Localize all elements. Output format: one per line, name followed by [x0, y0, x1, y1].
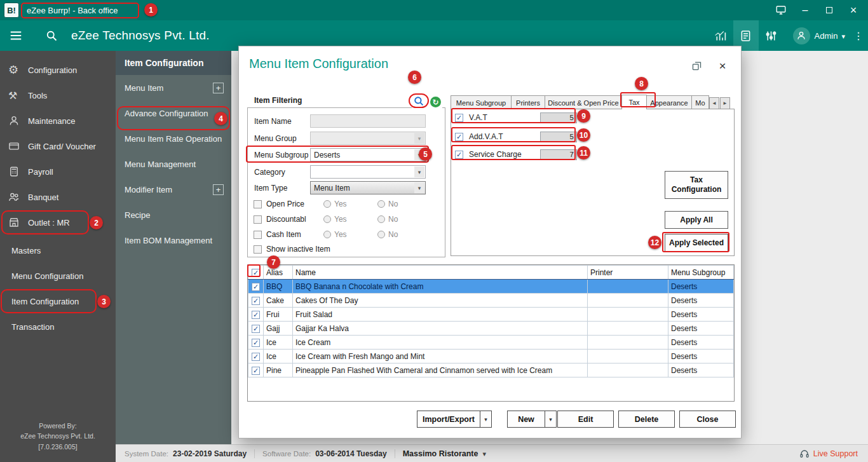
outlet-selector[interactable]: Massimo Ristorante: [403, 449, 486, 458]
tab-scroll-left-icon[interactable]: [709, 97, 719, 109]
tab-scroll-right-icon[interactable]: [720, 97, 730, 109]
select-all-cell[interactable]: [248, 266, 264, 280]
tab-discount-open-price[interactable]: Discount & Open Price: [545, 95, 622, 109]
table-row[interactable]: Frui Fruit Salad Deserts: [248, 308, 734, 322]
sidebar-item-payroll[interactable]: Payroll: [0, 159, 116, 184]
item-type-select[interactable]: Menu Item: [310, 181, 426, 194]
submenu-item-menu-management[interactable]: Menu Management: [116, 151, 231, 177]
vat-value-input[interactable]: 5: [540, 112, 577, 123]
new-button[interactable]: New: [507, 411, 545, 428]
user-menu[interactable]: Admin: [815, 31, 838, 41]
tab-appearance[interactable]: Appearance: [646, 95, 692, 109]
overflow-menu-icon[interactable]: [849, 30, 868, 42]
close-window-button[interactable]: [846, 3, 860, 17]
item-name-input[interactable]: [310, 114, 426, 128]
sidebar-item-label: Transaction: [11, 322, 54, 332]
apply-all-button[interactable]: Apply All: [665, 211, 728, 229]
cash-item-checkbox[interactable]: [254, 231, 262, 239]
live-support-button[interactable]: Live Support: [799, 449, 858, 459]
open-price-no-radio[interactable]: [377, 200, 385, 208]
tab-menu-subgroup[interactable]: Menu Subgroup: [451, 95, 512, 109]
column-header-menu-subgroup[interactable]: Menu Subgroup: [668, 266, 734, 280]
delete-button[interactable]: Delete: [618, 411, 675, 428]
tab-tax[interactable]: Tax: [621, 95, 647, 109]
select-all-checkbox[interactable]: [252, 269, 260, 277]
pos-sliders-icon[interactable]: [759, 20, 784, 51]
submenu-item-recipe[interactable]: Recipe: [116, 202, 231, 228]
submenu-item-menu-item-rate-operation[interactable]: Menu Item Rate Operation: [116, 126, 231, 151]
sidebar-item-masters[interactable]: Masters: [0, 238, 116, 263]
close-button[interactable]: Close: [679, 411, 736, 428]
show-inactive-checkbox[interactable]: [254, 245, 262, 254]
sidebar-item-gift-card-voucher[interactable]: Gift Card/ Voucher: [0, 133, 116, 159]
add-vat-checkbox[interactable]: [455, 133, 463, 141]
row-checkbox[interactable]: [252, 339, 260, 347]
filter-refresh-icon[interactable]: [430, 97, 441, 107]
discountable-checkbox[interactable]: [254, 215, 262, 224]
discountable-no-radio[interactable]: [377, 215, 385, 223]
yes-label: Yes: [334, 200, 369, 208]
add-vat-value-input[interactable]: 5: [540, 132, 577, 142]
sidebar-item-label: Maintenance: [28, 116, 75, 126]
maximize-button[interactable]: [822, 3, 836, 17]
submenu-item-advance-configuration[interactable]: Advance Configuration: [116, 100, 231, 126]
user-menu-caret-icon[interactable]: [841, 31, 845, 41]
row-checkbox[interactable]: [252, 325, 260, 333]
popup-window-icon[interactable]: [691, 60, 702, 73]
discountable-yes-radio[interactable]: [323, 215, 331, 223]
category-select[interactable]: [310, 165, 426, 179]
maximize-icon: [826, 7, 832, 13]
table-row[interactable]: Gajj Gajjar Ka Halva Deserts: [248, 322, 734, 336]
service-charge-value-input[interactable]: 7: [540, 149, 577, 160]
import-export-dropdown-icon[interactable]: [480, 411, 492, 428]
apply-selected-button[interactable]: Apply Selected: [665, 234, 728, 252]
cash-item-no-radio[interactable]: [377, 231, 385, 238]
vat-checkbox[interactable]: [455, 114, 463, 122]
table-row[interactable]: Ice Ice Cream with Fresh Mango and Mint …: [248, 350, 734, 363]
table-row[interactable]: BBQ BBQ Banana n Chocolate with Cream De…: [248, 280, 734, 294]
menu-group-select[interactable]: [310, 132, 426, 145]
annotation-badge-1: 1: [144, 3, 158, 17]
submenu-item-menu-item[interactable]: Menu Item +: [116, 75, 231, 100]
row-checkbox[interactable]: [252, 367, 260, 375]
submenu-item-item-bom-management[interactable]: Item BOM Management: [116, 228, 231, 253]
open-price-checkbox[interactable]: [254, 200, 262, 208]
sidebar-item-tools[interactable]: Tools: [0, 83, 116, 108]
row-checkbox[interactable]: [252, 311, 260, 319]
column-header-name[interactable]: Name: [293, 266, 588, 280]
hamburger-menu-button[interactable]: [5, 25, 27, 46]
table-row[interactable]: Pine Pineapple Pan Flashed With Cameral …: [248, 363, 734, 377]
submenu-item-modifier-item[interactable]: Modifier Item +: [116, 177, 231, 202]
new-dropdown-icon[interactable]: [545, 411, 557, 428]
menu-subgroup-select[interactable]: Deserts: [310, 148, 426, 161]
cash-item-yes-radio[interactable]: [323, 231, 331, 238]
minimize-button[interactable]: [798, 3, 812, 17]
import-export-button[interactable]: Import/Export: [417, 411, 480, 428]
add-modifier-item-button[interactable]: +: [213, 184, 224, 195]
sidebar-item-menu-configuration[interactable]: Menu Configuration: [0, 263, 116, 289]
dialog-close-icon[interactable]: [715, 59, 729, 73]
tax-configuration-button[interactable]: Tax Configuration: [665, 171, 728, 199]
sidebar-item-label: Masters: [11, 246, 41, 255]
service-charge-checkbox[interactable]: [455, 151, 463, 159]
sidebar-item-banquet[interactable]: Banquet: [0, 184, 116, 210]
column-header-printer[interactable]: Printer: [588, 266, 668, 280]
row-checkbox[interactable]: [252, 297, 260, 305]
sidebar-item-transaction[interactable]: Transaction: [0, 314, 116, 339]
tab-printers[interactable]: Printers: [511, 95, 545, 109]
edit-button[interactable]: Edit: [557, 411, 614, 428]
row-checkbox[interactable]: [252, 353, 260, 361]
add-menu-item-button[interactable]: +: [213, 83, 224, 93]
sidebar-item-configuration[interactable]: Configuration: [0, 57, 116, 83]
remote-support-icon[interactable]: [774, 3, 788, 17]
user-avatar[interactable]: [793, 27, 810, 44]
row-checkbox[interactable]: [252, 283, 260, 291]
table-row[interactable]: Cake Cakes Of The Day Deserts: [248, 294, 734, 308]
open-price-yes-radio[interactable]: [323, 200, 331, 208]
column-header-alias[interactable]: Alias: [264, 266, 293, 280]
filter-search-icon[interactable]: [413, 95, 424, 109]
table-row[interactable]: Ice Ice Cream Deserts: [248, 336, 734, 350]
search-icon[interactable]: [41, 25, 62, 46]
sidebar-item-maintenance[interactable]: Maintenance: [0, 108, 116, 133]
tab-modifier-truncated[interactable]: Mo: [691, 95, 709, 109]
